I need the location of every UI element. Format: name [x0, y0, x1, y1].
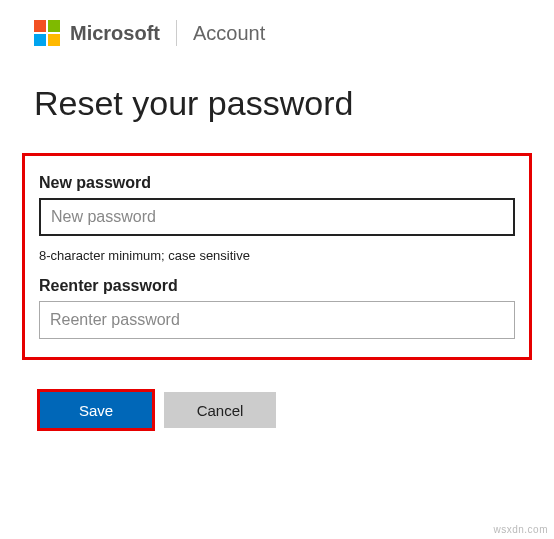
cancel-button[interactable]: Cancel	[164, 392, 276, 428]
save-button[interactable]: Save	[40, 392, 152, 428]
reenter-password-input[interactable]	[39, 301, 515, 339]
password-hint: 8-character minimum; case sensitive	[39, 248, 515, 263]
new-password-input[interactable]	[39, 198, 515, 236]
password-form: New password 8-character minimum; case s…	[22, 153, 532, 360]
reenter-password-label: Reenter password	[39, 277, 515, 295]
header-section: Account	[193, 22, 265, 45]
header-divider	[176, 20, 177, 46]
new-password-label: New password	[39, 174, 515, 192]
button-row: Save Cancel	[40, 392, 554, 428]
microsoft-logo-icon	[34, 20, 60, 46]
header: Microsoft Account	[0, 0, 554, 46]
watermark: wsxdn.com	[493, 524, 548, 535]
brand-name: Microsoft	[70, 22, 160, 45]
page-title: Reset your password	[0, 46, 554, 123]
